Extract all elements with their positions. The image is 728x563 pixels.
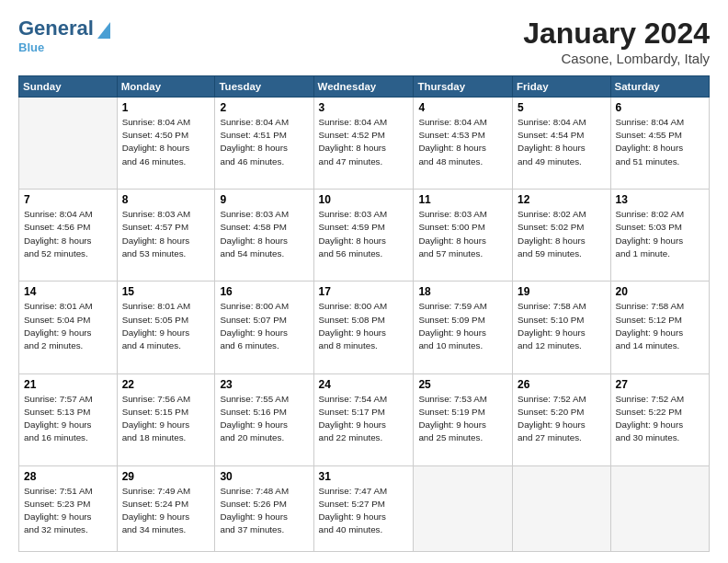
- day-number: 8: [122, 193, 210, 206]
- day-info: Sunrise: 7:52 AMSunset: 5:20 PMDaylight:…: [518, 393, 605, 445]
- calendar-cell: 19Sunrise: 7:58 AMSunset: 5:10 PMDayligh…: [513, 282, 610, 373]
- dow-monday: Monday: [117, 76, 215, 98]
- day-info: Sunrise: 7:52 AMSunset: 5:22 PMDaylight:…: [616, 393, 704, 445]
- day-number: 9: [220, 193, 308, 206]
- day-info: Sunrise: 8:04 AMSunset: 4:51 PMDaylight:…: [220, 116, 308, 168]
- calendar-cell: 13Sunrise: 8:02 AMSunset: 5:03 PMDayligh…: [610, 190, 709, 282]
- day-number: 13: [616, 193, 704, 206]
- calendar-cell: 16Sunrise: 8:00 AMSunset: 5:07 PMDayligh…: [215, 282, 313, 373]
- day-info: Sunrise: 7:58 AMSunset: 5:10 PMDaylight:…: [518, 300, 605, 352]
- calendar-cell: 1Sunrise: 8:04 AMSunset: 4:50 PMDaylight…: [117, 98, 215, 190]
- calendar-week-row: 14Sunrise: 8:01 AMSunset: 5:04 PMDayligh…: [19, 282, 710, 373]
- header: General Blue January 2024 Casone, Lombar…: [18, 17, 710, 66]
- calendar-table: Sunday Monday Tuesday Wednesday Thursday…: [18, 75, 710, 552]
- day-number: 16: [220, 285, 308, 298]
- day-number: 20: [616, 285, 704, 298]
- calendar-week-row: 28Sunrise: 7:51 AMSunset: 5:23 PMDayligh…: [19, 465, 710, 551]
- day-number: 19: [518, 285, 605, 298]
- calendar-cell: 2Sunrise: 8:04 AMSunset: 4:51 PMDaylight…: [215, 98, 313, 190]
- logo: General Blue: [18, 17, 110, 54]
- day-number: 15: [122, 285, 210, 298]
- day-number: 3: [319, 101, 409, 114]
- calendar-body: 1Sunrise: 8:04 AMSunset: 4:50 PMDaylight…: [19, 98, 710, 552]
- calendar-cell: 25Sunrise: 7:53 AMSunset: 5:19 PMDayligh…: [414, 373, 513, 465]
- calendar-cell: [19, 98, 118, 190]
- day-info: Sunrise: 8:03 AMSunset: 4:57 PMDaylight:…: [122, 208, 210, 260]
- dow-tuesday: Tuesday: [215, 76, 313, 98]
- day-number: 18: [418, 285, 507, 298]
- days-of-week-row: Sunday Monday Tuesday Wednesday Thursday…: [19, 76, 710, 98]
- calendar-cell: 30Sunrise: 7:48 AMSunset: 5:26 PMDayligh…: [215, 465, 313, 551]
- day-info: Sunrise: 8:04 AMSunset: 4:50 PMDaylight:…: [122, 116, 210, 168]
- dow-thursday: Thursday: [414, 76, 513, 98]
- day-number: 23: [220, 378, 308, 391]
- calendar-cell: [414, 465, 513, 551]
- calendar-week-row: 1Sunrise: 8:04 AMSunset: 4:50 PMDaylight…: [19, 98, 710, 190]
- logo-general-text: General: [18, 17, 94, 40]
- day-info: Sunrise: 8:00 AMSunset: 5:08 PMDaylight:…: [319, 300, 409, 352]
- calendar-cell: 7Sunrise: 8:04 AMSunset: 4:56 PMDaylight…: [19, 190, 118, 282]
- calendar-header: Sunday Monday Tuesday Wednesday Thursday…: [19, 76, 710, 98]
- calendar-cell: 26Sunrise: 7:52 AMSunset: 5:20 PMDayligh…: [513, 373, 610, 465]
- calendar-cell: 20Sunrise: 7:58 AMSunset: 5:12 PMDayligh…: [610, 282, 709, 373]
- day-info: Sunrise: 7:58 AMSunset: 5:12 PMDaylight:…: [616, 300, 704, 352]
- day-number: 6: [616, 101, 704, 114]
- logo-triangle-icon: [96, 18, 110, 39]
- calendar-title: January 2024: [523, 17, 710, 51]
- day-info: Sunrise: 8:03 AMSunset: 4:59 PMDaylight:…: [319, 208, 409, 260]
- calendar-cell: 6Sunrise: 8:04 AMSunset: 4:55 PMDaylight…: [610, 98, 709, 190]
- calendar-cell: 3Sunrise: 8:04 AMSunset: 4:52 PMDaylight…: [313, 98, 414, 190]
- calendar-cell: 4Sunrise: 8:04 AMSunset: 4:53 PMDaylight…: [414, 98, 513, 190]
- day-number: 11: [418, 193, 507, 206]
- day-info: Sunrise: 7:57 AMSunset: 5:13 PMDaylight:…: [24, 393, 112, 445]
- calendar-cell: 28Sunrise: 7:51 AMSunset: 5:23 PMDayligh…: [19, 465, 118, 551]
- dow-friday: Friday: [513, 76, 610, 98]
- day-info: Sunrise: 7:49 AMSunset: 5:24 PMDaylight:…: [122, 485, 210, 537]
- day-info: Sunrise: 8:04 AMSunset: 4:56 PMDaylight:…: [24, 208, 112, 260]
- day-number: 22: [122, 378, 210, 391]
- day-number: 29: [122, 470, 210, 483]
- day-info: Sunrise: 8:02 AMSunset: 5:02 PMDaylight:…: [518, 208, 605, 260]
- day-info: Sunrise: 7:59 AMSunset: 5:09 PMDaylight:…: [418, 300, 507, 352]
- calendar-cell: 21Sunrise: 7:57 AMSunset: 5:13 PMDayligh…: [19, 373, 118, 465]
- calendar-cell: 18Sunrise: 7:59 AMSunset: 5:09 PMDayligh…: [414, 282, 513, 373]
- calendar-cell: 10Sunrise: 8:03 AMSunset: 4:59 PMDayligh…: [313, 190, 414, 282]
- day-info: Sunrise: 8:04 AMSunset: 4:52 PMDaylight:…: [319, 116, 409, 168]
- dow-wednesday: Wednesday: [313, 76, 414, 98]
- day-number: 28: [24, 470, 112, 483]
- day-info: Sunrise: 8:01 AMSunset: 5:05 PMDaylight:…: [122, 300, 210, 352]
- calendar-cell: 11Sunrise: 8:03 AMSunset: 5:00 PMDayligh…: [414, 190, 513, 282]
- day-info: Sunrise: 8:04 AMSunset: 4:55 PMDaylight:…: [616, 116, 704, 168]
- dow-saturday: Saturday: [610, 76, 709, 98]
- logo-blue-text: Blue: [18, 40, 110, 54]
- day-number: 30: [220, 470, 308, 483]
- calendar-week-row: 7Sunrise: 8:04 AMSunset: 4:56 PMDaylight…: [19, 190, 710, 282]
- page: General Blue January 2024 Casone, Lombar…: [0, 0, 728, 563]
- calendar-cell: 15Sunrise: 8:01 AMSunset: 5:05 PMDayligh…: [117, 282, 215, 373]
- calendar-cell: 22Sunrise: 7:56 AMSunset: 5:15 PMDayligh…: [117, 373, 215, 465]
- day-info: Sunrise: 7:47 AMSunset: 5:27 PMDaylight:…: [319, 485, 409, 537]
- calendar-cell: 31Sunrise: 7:47 AMSunset: 5:27 PMDayligh…: [313, 465, 414, 551]
- calendar-subtitle: Casone, Lombardy, Italy: [523, 51, 710, 66]
- day-info: Sunrise: 8:04 AMSunset: 4:53 PMDaylight:…: [418, 116, 507, 168]
- calendar-cell: 27Sunrise: 7:52 AMSunset: 5:22 PMDayligh…: [610, 373, 709, 465]
- day-number: 25: [418, 378, 507, 391]
- day-info: Sunrise: 8:01 AMSunset: 5:04 PMDaylight:…: [24, 300, 112, 352]
- day-number: 4: [418, 101, 507, 114]
- day-number: 1: [122, 101, 210, 114]
- day-info: Sunrise: 7:54 AMSunset: 5:17 PMDaylight:…: [319, 393, 409, 445]
- day-info: Sunrise: 8:03 AMSunset: 5:00 PMDaylight:…: [418, 208, 507, 260]
- day-number: 17: [319, 285, 409, 298]
- calendar-week-row: 21Sunrise: 7:57 AMSunset: 5:13 PMDayligh…: [19, 373, 710, 465]
- day-number: 14: [24, 285, 112, 298]
- day-info: Sunrise: 8:02 AMSunset: 5:03 PMDaylight:…: [616, 208, 704, 260]
- day-info: Sunrise: 7:56 AMSunset: 5:15 PMDaylight:…: [122, 393, 210, 445]
- calendar-cell: 24Sunrise: 7:54 AMSunset: 5:17 PMDayligh…: [313, 373, 414, 465]
- day-info: Sunrise: 8:00 AMSunset: 5:07 PMDaylight:…: [220, 300, 308, 352]
- day-number: 5: [518, 101, 605, 114]
- calendar-cell: [513, 465, 610, 551]
- day-number: 21: [24, 378, 112, 391]
- day-number: 27: [616, 378, 704, 391]
- day-number: 31: [319, 470, 409, 483]
- calendar-cell: 5Sunrise: 8:04 AMSunset: 4:54 PMDaylight…: [513, 98, 610, 190]
